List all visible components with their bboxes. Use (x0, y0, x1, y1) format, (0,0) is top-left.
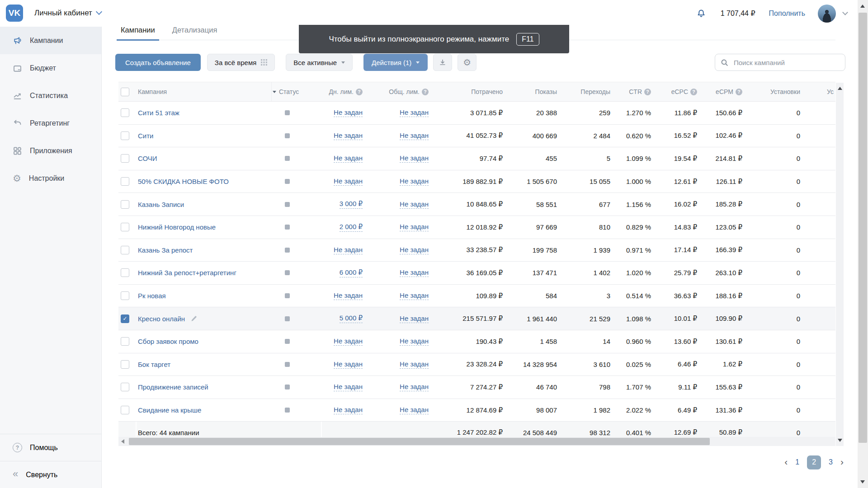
campaign-link[interactable]: Казань Записи (138, 201, 184, 208)
cabinet-switcher[interactable]: Личный кабинет (34, 9, 101, 18)
tab-campaigns[interactable]: Кампании (121, 26, 155, 40)
daily-limit-link[interactable]: Не задан (334, 246, 363, 254)
daily-limit-link[interactable]: Не задан (334, 337, 363, 346)
campaign-link[interactable]: 50% СКИДКА НОВЫЕ ФОТО (138, 178, 229, 185)
column-ctr[interactable]: CTR (612, 88, 653, 95)
table-horizontal-scrollbar[interactable] (118, 437, 835, 446)
daily-limit-link[interactable]: 3 000 ₽ (340, 200, 363, 209)
campaign-link[interactable]: Сити 51 этаж (138, 109, 179, 117)
daily-limit-link[interactable]: Не задан (334, 291, 363, 300)
column-status[interactable]: Статус (271, 82, 322, 101)
vk-logo[interactable]: VK (6, 5, 23, 22)
campaign-link[interactable]: Сбор заявок промо (138, 338, 198, 345)
tab-detailing[interactable]: Детализация (172, 26, 217, 40)
avatar[interactable] (818, 5, 836, 23)
sidebar-item-statistics[interactable]: Статистика (0, 82, 101, 109)
total-limit-link[interactable]: Не задан (400, 200, 429, 209)
row-checkbox[interactable] (121, 360, 129, 369)
sidebar-item-budget[interactable]: Бюджет (0, 54, 101, 82)
row-checkbox[interactable] (121, 177, 129, 186)
search-input[interactable] (733, 58, 840, 67)
row-checkbox[interactable] (121, 108, 129, 117)
profile-chevron-icon[interactable] (842, 9, 848, 15)
notifications-bell-icon[interactable] (696, 9, 706, 18)
daily-limit-link[interactable]: Не задан (334, 360, 363, 369)
total-limit-link[interactable]: Не задан (400, 406, 429, 414)
total-limit-link[interactable]: Не задан (400, 154, 429, 163)
campaign-link[interactable]: Кресно онлайн (138, 315, 185, 323)
campaign-link[interactable]: Нижний Новгород новые (138, 223, 216, 231)
total-limit-link[interactable]: Не задан (400, 246, 429, 254)
campaign-link[interactable]: Сити (138, 132, 153, 140)
daily-limit-link[interactable]: 5 000 ₽ (340, 314, 363, 323)
daily-limit-link[interactable]: Не задан (334, 108, 363, 117)
export-button[interactable] (433, 54, 452, 71)
row-checkbox[interactable] (121, 337, 129, 346)
help-icon[interactable] (690, 89, 697, 95)
table-vertical-scrollbar[interactable] (836, 83, 844, 446)
daily-limit-link[interactable]: Не задан (334, 383, 363, 391)
row-checkbox[interactable] (121, 406, 129, 414)
help-icon[interactable] (356, 89, 363, 95)
daily-limit-link[interactable]: Не задан (334, 154, 363, 163)
scroll-down-arrow[interactable] (838, 439, 842, 442)
scroll-up-arrow[interactable] (838, 87, 842, 90)
horizontal-scrollbar-thumb[interactable] (129, 438, 710, 445)
page-active-2[interactable]: 2 (807, 455, 821, 469)
total-limit-link[interactable]: Не задан (400, 131, 429, 140)
scroll-up-arrow[interactable] (860, 5, 865, 8)
campaign-link[interactable]: Нижний За репост+ретаргетинг (138, 269, 236, 277)
help-icon[interactable] (736, 89, 742, 95)
next-page-arrow[interactable]: › (840, 457, 844, 466)
campaign-link[interactable]: Бок таргет (138, 361, 170, 368)
help-icon[interactable] (422, 89, 429, 95)
table-settings-button[interactable]: ⚙ (458, 54, 476, 71)
row-checkbox[interactable] (121, 131, 129, 140)
total-limit-link[interactable]: Не задан (400, 383, 429, 391)
daily-limit-link[interactable]: 2 000 ₽ (340, 223, 363, 232)
sidebar-item-retargeting[interactable]: Ретаргетинг (0, 109, 101, 137)
sidebar-item-help[interactable]: Помощь (0, 434, 101, 461)
edit-pencil-icon[interactable] (190, 315, 197, 322)
page-scrollbar[interactable] (858, 0, 868, 488)
actions-dropdown[interactable]: Действия (1) (363, 54, 428, 71)
prev-page-arrow[interactable]: ‹ (784, 457, 788, 466)
total-limit-link[interactable]: Не задан (400, 108, 429, 117)
column-daily-limit[interactable]: Дн. лим. (322, 88, 364, 95)
row-checkbox[interactable] (121, 314, 129, 323)
column-ecpc[interactable]: eCPC (653, 88, 699, 95)
daily-limit-link[interactable]: Не задан (334, 406, 363, 414)
sidebar-item-apps[interactable]: Приложения (0, 137, 101, 164)
page-link-3[interactable]: 3 (829, 458, 833, 466)
column-cut[interactable]: Ус (802, 88, 835, 95)
page-link-1[interactable]: 1 (795, 458, 799, 466)
row-checkbox[interactable] (121, 154, 129, 163)
column-impressions[interactable]: Показы (505, 88, 559, 95)
select-all-checkbox[interactable] (121, 88, 129, 96)
row-checkbox[interactable] (121, 268, 129, 277)
sidebar-item-settings[interactable]: ⚙ Настройки (0, 164, 101, 192)
scroll-down-arrow[interactable] (860, 480, 865, 483)
help-icon[interactable] (644, 89, 651, 95)
campaign-link[interactable]: СОЧИ (138, 155, 157, 162)
daily-limit-link[interactable]: Не задан (334, 177, 363, 186)
total-limit-link[interactable]: Не задан (400, 337, 429, 346)
column-installs[interactable]: Установки (744, 88, 802, 95)
row-checkbox[interactable] (121, 223, 129, 231)
daily-limit-link[interactable]: Не задан (334, 131, 363, 140)
total-limit-link[interactable]: Не задан (400, 360, 429, 369)
column-spent[interactable]: Потрачено (430, 88, 505, 95)
campaign-link[interactable]: Продвижение записей (138, 383, 208, 391)
sidebar-item-collapse[interactable]: « Свернуть (0, 461, 101, 488)
total-limit-link[interactable]: Не задан (400, 223, 429, 231)
column-ecpm[interactable]: eCPM (699, 88, 744, 95)
total-limit-link[interactable]: Не задан (400, 291, 429, 300)
row-checkbox[interactable] (121, 291, 129, 300)
create-ad-button[interactable]: Создать объявление (115, 54, 201, 71)
row-checkbox[interactable] (121, 200, 129, 209)
column-clicks[interactable]: Переходы (559, 88, 612, 95)
column-campaign[interactable]: Кампания (137, 88, 271, 95)
sidebar-item-campaigns[interactable]: Кампании (0, 27, 101, 54)
total-limit-link[interactable]: Не задан (400, 314, 429, 323)
status-filter-dropdown[interactable]: Все активные (286, 54, 353, 71)
